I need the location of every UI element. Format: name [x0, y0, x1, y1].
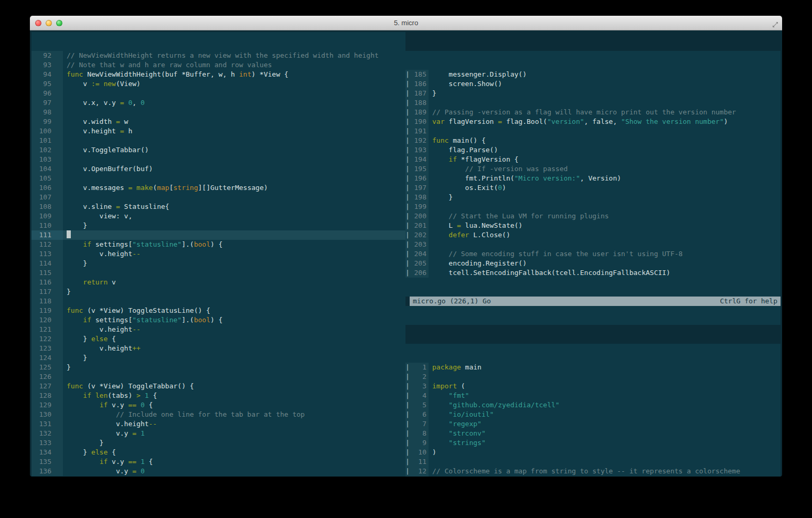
code-line[interactable]: |206 tcell.SetEncodingFallback(tcell.Enc… — [405, 268, 781, 278]
code-line[interactable]: 123 v.height++ — [31, 344, 405, 353]
code-line[interactable]: 134 } else { — [31, 448, 405, 457]
code-line[interactable]: 105 — [31, 174, 405, 183]
code-line[interactable]: |186 screen.Show() — [405, 79, 781, 89]
code-line[interactable]: 118 — [31, 297, 405, 306]
code-line[interactable]: | 7 "regexp" — [405, 419, 781, 429]
code-line[interactable]: |195 // If -version was passed — [405, 164, 781, 174]
code-text: } — [63, 287, 405, 297]
code-line[interactable]: |204 // Some encoding stuff in case the … — [405, 249, 781, 259]
line-number-gutter: | 6 — [405, 410, 429, 419]
code-line[interactable]: 108 v.sline = Statusline{ — [31, 202, 405, 212]
code-line[interactable]: 112 if settings["statusline"].(bool) { — [31, 240, 405, 249]
code-line[interactable]: 115 — [31, 268, 405, 278]
code-line[interactable]: 106 v.messages = make(map[string][]Gutte… — [31, 183, 405, 193]
code-line[interactable]: 93// Note that w and h are raw column an… — [31, 60, 405, 70]
line-number-gutter: 125 — [31, 363, 63, 372]
code-line[interactable]: | 13type Colorscheme map[string]tcell.St… — [405, 476, 781, 477]
code-line[interactable]: 120 if settings["statusline"].(bool) { — [31, 315, 405, 325]
code-line[interactable]: |197 os.Exit(0) — [405, 183, 781, 193]
code-line[interactable]: 99 v.width = w — [31, 117, 405, 126]
code-text: import ( — [429, 382, 781, 391]
line-number-gutter: 102 — [31, 145, 63, 155]
code-line[interactable]: |203 — [405, 240, 781, 249]
code-line[interactable]: 136 v.y = 0 — [31, 467, 405, 476]
code-line[interactable]: |196 fmt.Println("Micro version:", Versi… — [405, 174, 781, 183]
code-line[interactable]: |199 — [405, 202, 781, 212]
vertical-split-divider: | — [405, 429, 410, 438]
resize-icon[interactable] — [772, 20, 778, 26]
code-line[interactable]: | 4 "fmt" — [405, 391, 781, 400]
code-text: v.messages = make(map[string][]GutterMes… — [63, 183, 405, 193]
code-line[interactable]: 101 — [31, 136, 405, 145]
code-line[interactable]: |200 // Start the Lua VM for running plu… — [405, 212, 781, 221]
code-line[interactable]: 113 v.height-- — [31, 249, 405, 259]
code-line[interactable]: 97 v.x, v.y = 0, 0 — [31, 98, 405, 108]
line-number: 103 — [31, 155, 63, 164]
code-line[interactable]: |192func main() { — [405, 136, 781, 145]
code-line[interactable]: 128 if len(tabs) > 1 { — [31, 391, 405, 400]
code-line[interactable]: |193 flag.Parse() — [405, 145, 781, 155]
editor-pane-micro-go[interactable]: |185 messenger.Display()|186 screen.Show… — [405, 51, 781, 325]
code-line[interactable]: 110 } — [31, 221, 405, 230]
code-line[interactable]: 119func (v *View) ToggleStatusLine() { — [31, 306, 405, 315]
code-line[interactable]: |187} — [405, 89, 781, 98]
code-line[interactable]: |198 } — [405, 193, 781, 202]
code-line[interactable]: | 10) — [405, 448, 781, 457]
code-line[interactable]: 135 if v.y == 1 { — [31, 457, 405, 467]
code-line[interactable]: 92// NewViewWidthHeight returns a new vi… — [31, 51, 405, 60]
code-line[interactable]: | 9 "strings" — [405, 438, 781, 448]
code-line[interactable]: | 8 "strconv" — [405, 429, 781, 438]
vertical-split-divider: | — [405, 117, 410, 126]
code-line[interactable]: |188 — [405, 98, 781, 108]
line-number: 201 — [410, 221, 429, 230]
code-line[interactable]: 100 v.height = h — [31, 126, 405, 136]
line-number: 95 — [31, 79, 63, 89]
code-line[interactable]: 102 v.ToggleTabbar() — [31, 145, 405, 155]
code-line[interactable]: 94func NewViewWidthHeight(buf *Buffer, w… — [31, 70, 405, 79]
code-line[interactable]: |201 L = lua.NewState() — [405, 221, 781, 230]
code-line[interactable]: |189// Passing -version as a flag will h… — [405, 108, 781, 117]
code-line[interactable]: 109 view: v, — [31, 212, 405, 221]
code-line[interactable]: 121 v.height-- — [31, 325, 405, 334]
code-line[interactable]: 95 v := new(View) — [31, 79, 405, 89]
code-text: ) — [429, 448, 781, 457]
code-line[interactable]: |205 encoding.Register() — [405, 259, 781, 268]
code-line[interactable]: | 2 — [405, 372, 781, 382]
code-line[interactable]: | 11 — [405, 457, 781, 467]
code-line[interactable]: |185 messenger.Display() — [405, 70, 781, 79]
code-line[interactable]: 96 — [31, 89, 405, 98]
code-line[interactable]: | 12// Colorscheme is a map from string … — [405, 467, 781, 476]
code-line[interactable]: |202 defer L.Close() — [405, 230, 781, 240]
code-line[interactable]: 131 v.height-- — [31, 419, 405, 429]
title-bar[interactable]: 5. micro — [30, 16, 782, 30]
code-line[interactable]: 103 — [31, 155, 405, 164]
code-line[interactable]: 130 // Include one line for the tab bar … — [31, 410, 405, 419]
code-line[interactable]: 124 } — [31, 353, 405, 363]
code-line[interactable]: 126 — [31, 372, 405, 382]
code-line[interactable]: 132 v.y = 1 — [31, 429, 405, 438]
code-line[interactable]: | 6 "io/ioutil" — [405, 410, 781, 419]
vertical-split-divider: | — [405, 89, 410, 98]
code-line[interactable]: 125} — [31, 363, 405, 372]
code-line[interactable]: 111 — [31, 230, 405, 240]
code-line[interactable]: 114 } — [31, 259, 405, 268]
code-line[interactable]: 133 } — [31, 438, 405, 448]
line-number: 110 — [31, 221, 63, 230]
code-line[interactable]: 98 — [31, 108, 405, 117]
code-line[interactable]: |194 if *flagVersion { — [405, 155, 781, 164]
code-line[interactable]: 107 — [31, 193, 405, 202]
code-line[interactable]: | 5 "github.com/zyedidia/tcell" — [405, 400, 781, 410]
code-line[interactable]: 104 v.OpenBuffer(buf) — [31, 164, 405, 174]
code-line[interactable]: | 1package main — [405, 363, 781, 372]
code-line[interactable]: 122 } else { — [31, 334, 405, 344]
code-line[interactable]: 127func (v *View) ToggleTabbar() { — [31, 382, 405, 391]
code-line[interactable]: 116 return v — [31, 278, 405, 287]
editor-pane-colorscheme-go[interactable]: | 1package main| 2| 3import (| 4 "fmt"| … — [405, 344, 781, 477]
editor-pane-view-go[interactable]: 92// NewViewWidthHeight returns a new vi… — [31, 32, 405, 477]
code-line[interactable]: 117} — [31, 287, 405, 297]
code-line[interactable]: 129 if v.y == 0 { — [31, 400, 405, 410]
code-line[interactable]: | 3import ( — [405, 382, 781, 391]
code-line[interactable]: |190var flagVersion = flag.Bool("version… — [405, 117, 781, 126]
code-line[interactable]: |191 — [405, 126, 781, 136]
line-number-gutter: 124 — [31, 353, 63, 363]
